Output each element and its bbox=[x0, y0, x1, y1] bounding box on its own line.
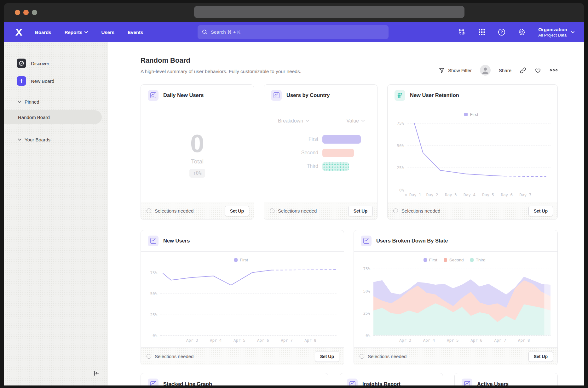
nav-item-reports[interactable]: Reports bbox=[65, 30, 88, 35]
share-button[interactable]: Share bbox=[499, 68, 511, 73]
nav-item-users[interactable]: Users bbox=[101, 30, 114, 35]
window-titlebar bbox=[4, 3, 584, 22]
search-input[interactable]: Search ⌘ + K bbox=[198, 25, 389, 39]
board-header: Random Board A high-level summary of use… bbox=[141, 56, 558, 75]
help-icon[interactable]: ? bbox=[498, 28, 505, 36]
data-management-icon[interactable] bbox=[458, 28, 466, 36]
x-tick-label: Apr 6 bbox=[257, 338, 269, 343]
set-up-button[interactable]: Set Up bbox=[528, 351, 553, 362]
avatar[interactable] bbox=[480, 65, 491, 76]
top-navbar: Boards Reports Users Events Search ⌘ + K bbox=[4, 22, 584, 42]
sidebar-item-discover[interactable]: Discover bbox=[4, 58, 108, 69]
cards-row-2: New Users First 75%50%25%0% Apr 3Apr 4Ap… bbox=[141, 230, 558, 365]
browser-window: Boards Reports Users Events Search ⌘ + K bbox=[4, 3, 584, 385]
nav-item-boards[interactable]: Boards bbox=[35, 30, 51, 35]
address-bar[interactable] bbox=[194, 6, 464, 18]
set-up-button[interactable]: Set Up bbox=[528, 206, 553, 216]
more-options-icon[interactable] bbox=[550, 69, 558, 72]
retention-grid-icon bbox=[395, 90, 405, 101]
window-minimize-button[interactable] bbox=[23, 10, 29, 15]
line-chart-icon bbox=[361, 236, 372, 246]
apps-grid-icon[interactable] bbox=[478, 29, 485, 36]
x-tick-label: Day 3 bbox=[445, 192, 457, 197]
y-tick-label: 50% bbox=[397, 143, 404, 148]
org-name: Organization bbox=[538, 26, 567, 32]
sidebar-item-label: New Board bbox=[31, 78, 54, 84]
search-icon bbox=[202, 29, 208, 35]
card-body: 0 Total ↑0% bbox=[141, 106, 254, 202]
favorite-heart-icon[interactable] bbox=[534, 67, 541, 73]
sidebar-section-pinned[interactable]: Pinned bbox=[4, 98, 108, 105]
card-users-by-state: Users Broken Down By State FirstSecondTh… bbox=[354, 230, 558, 365]
x-axis-ticks: Apr 3Apr 4Apr 5Apr 6Apr 7Apr 8 bbox=[373, 335, 551, 344]
selection-status-icon bbox=[147, 354, 151, 359]
selections-needed-label: Selections needed bbox=[155, 354, 193, 359]
card-footer: Selections needed Set Up bbox=[388, 202, 557, 220]
metric-value: 0 bbox=[190, 130, 205, 157]
legend-item: First bbox=[234, 258, 248, 262]
nav-item-events[interactable]: Events bbox=[128, 30, 143, 35]
x-tick-label: Apr 3 bbox=[186, 338, 198, 343]
selection-status-icon bbox=[360, 354, 364, 359]
x-tick-label: Apr 3 bbox=[399, 338, 411, 343]
card-title: New User Retention bbox=[410, 92, 459, 98]
chevron-down-icon bbox=[361, 120, 365, 122]
set-up-button[interactable]: Set Up bbox=[315, 351, 339, 362]
breakdown-dropdown[interactable]: Breakdown bbox=[278, 118, 309, 124]
card-stacked-line-graph: Stacked Line Graph bbox=[141, 373, 328, 385]
card-header: Daily New Users bbox=[141, 85, 254, 106]
settings-gear-icon[interactable] bbox=[518, 28, 526, 36]
selections-needed-label: Selections needed bbox=[155, 208, 193, 214]
sidebar-item-new-board[interactable]: New Board bbox=[4, 76, 108, 86]
copy-link-icon[interactable] bbox=[520, 67, 526, 74]
card-title: Insights Report bbox=[362, 381, 401, 386]
bar bbox=[322, 149, 354, 157]
mixpanel-logo-icon[interactable] bbox=[14, 27, 24, 37]
sidebar-item-label: Discover bbox=[31, 61, 49, 66]
country-bar-row: Third bbox=[264, 162, 377, 171]
card-footer: Selections needed Set Up bbox=[354, 347, 557, 365]
breakdown-label: Breakdown bbox=[278, 118, 303, 124]
page-title: Random Board bbox=[141, 56, 558, 65]
selection-status-icon bbox=[147, 208, 151, 213]
y-tick-label: 50% bbox=[363, 288, 370, 293]
card-header: New Users bbox=[141, 230, 344, 252]
selections-needed-label: Selections needed bbox=[368, 354, 406, 359]
board-actions: Show Filter Share bbox=[439, 65, 558, 76]
new-users-chart: First 75%50%25%0% Apr 3Apr 4Apr 5Apr 6Ap… bbox=[141, 252, 344, 347]
set-up-button[interactable]: Set Up bbox=[225, 206, 249, 216]
line-chart-icon bbox=[148, 236, 159, 246]
x-axis-ticks: Apr 3Apr 4Apr 5Apr 6Apr 7Apr 8 bbox=[160, 335, 337, 344]
line-chart-icon bbox=[148, 379, 159, 385]
chevron-down-icon bbox=[18, 139, 21, 141]
x-tick-label: Apr 7 bbox=[494, 338, 506, 343]
window-close-button[interactable] bbox=[15, 10, 20, 15]
card-header: Insights Report bbox=[340, 373, 443, 385]
legend-item: First bbox=[424, 258, 437, 262]
nav-item-label: Reports bbox=[65, 30, 83, 35]
y-tick-label: 75% bbox=[397, 121, 404, 126]
legend-item: First bbox=[464, 112, 478, 117]
card-header: Stacked Line Graph bbox=[141, 373, 328, 385]
org-switcher[interactable]: Organization All Project Data bbox=[538, 26, 574, 38]
chart-plot bbox=[160, 264, 337, 335]
value-dropdown[interactable]: Value bbox=[346, 118, 365, 124]
state-area-chart: FirstSecondThird 75%50%25%0% Apr 3Apr 4A… bbox=[354, 252, 557, 347]
board-main: Random Board A high-level summary of use… bbox=[108, 42, 584, 385]
card-footer: Selections needed Set Up bbox=[141, 347, 344, 365]
set-up-button[interactable]: Set Up bbox=[348, 206, 373, 216]
show-filter-button[interactable]: Show Filter bbox=[439, 67, 472, 73]
card-header: Users by Country bbox=[264, 85, 377, 106]
card-title: New Users bbox=[163, 238, 190, 244]
x-tick-label: Apr 5 bbox=[447, 338, 459, 343]
bar-label: First bbox=[264, 136, 318, 142]
y-tick-label: 25% bbox=[397, 165, 404, 170]
retention-chart: First 75%50%25%0% < Day 1Day 2Day 3Day 4… bbox=[388, 106, 557, 202]
sidebar-item-random-board[interactable]: Random Board bbox=[4, 110, 102, 124]
x-tick-label: Apr 7 bbox=[281, 338, 293, 343]
sidebar-collapse-icon[interactable] bbox=[93, 370, 100, 378]
window-zoom-button[interactable] bbox=[32, 10, 37, 15]
chart-legend: First bbox=[145, 255, 337, 264]
sidebar-section-your-boards[interactable]: Your Boards bbox=[4, 136, 108, 143]
x-tick-label: Day 4 bbox=[464, 192, 476, 197]
